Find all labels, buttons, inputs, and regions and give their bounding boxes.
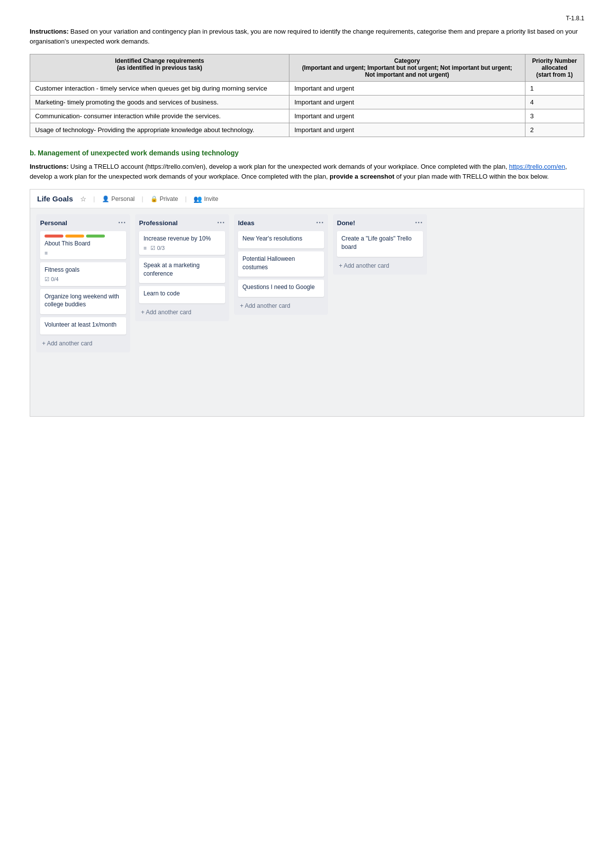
card-title-volunteer: Volunteer at least 1x/month [45, 321, 122, 329]
trello-privacy: 🔒 Private [150, 195, 178, 202]
instructions-2-bold: Instructions: [30, 163, 69, 170]
col-header-change: Identified Change requirements(as identi… [30, 54, 289, 82]
card-title-halloween: Potential Halloween costumes [242, 255, 320, 272]
instructions-1: Instructions: Based on your variation an… [30, 27, 584, 46]
card-title-code: Learn to code [143, 289, 221, 298]
card-title-about: About This Board [45, 240, 122, 248]
trello-card-revenue[interactable]: Increase revenue by 10%≡☑ 0/3 [139, 231, 225, 255]
table-cell-col1: Marketing- timely promoting the goods an… [30, 96, 289, 109]
change-requirements-table: Identified Change requirements(as identi… [30, 54, 584, 137]
table-row: Communication- consumer interaction whil… [30, 109, 584, 123]
trello-card-volunteer[interactable]: Volunteer at least 1x/month [40, 317, 126, 335]
trello-list-done: Done!···Create a "Life goals" Trello boa… [333, 214, 427, 275]
trello-invite[interactable]: 👥 Invite [193, 195, 218, 203]
page-reference: T-1.8.1 [30, 15, 584, 22]
table-cell-col1: Customer interaction - timely service wh… [30, 82, 289, 96]
card-meta-item: ☑ 0/4 [45, 276, 58, 283]
personal-icon: 👤 [102, 195, 109, 202]
card-labels-about [45, 235, 122, 238]
trello-list-menu-professional[interactable]: ··· [217, 218, 225, 227]
trello-sep-1: | [94, 195, 95, 202]
table-cell-col2: Important and urgent [289, 109, 525, 123]
trello-list-name-professional: Professional [139, 219, 178, 227]
card-label-orange [65, 235, 84, 238]
trello-list-personal: Personal···About This Board≡Fitness goal… [36, 214, 130, 352]
trello-card-google[interactable]: Questions I need to Google [238, 280, 324, 297]
trello-add-card-personal[interactable]: + Add another card [40, 338, 126, 349]
trello-card-fitness[interactable]: Fitness goals☑ 0/4 [40, 262, 126, 286]
card-title-marketing: Speak at a marketing conference [143, 261, 221, 278]
table-cell-col3: 3 [525, 109, 584, 123]
instructions-1-bold: Instructions: [30, 28, 69, 35]
instructions-2-text2: of your plan made with TRELLO within the… [394, 173, 549, 180]
trello-sep-2: | [142, 195, 143, 202]
trello-visibility: 👤 Personal [102, 195, 135, 202]
card-label-green [86, 235, 105, 238]
trello-list-professional: Professional···Increase revenue by 10%≡☑… [135, 214, 229, 321]
table-cell-col2: Important and urgent [289, 96, 525, 109]
trello-sep-3: | [185, 195, 187, 202]
trello-add-card-done[interactable]: + Add another card [337, 260, 423, 272]
card-meta-fitness: ☑ 0/4 [45, 276, 122, 283]
trello-list-menu-ideas[interactable]: ··· [316, 218, 324, 227]
trello-card-organize[interactable]: Organize long weekend with college buddi… [40, 289, 126, 315]
trello-add-card-professional[interactable]: + Add another card [139, 306, 225, 318]
trello-header: Life Goals ☆ | 👤 Personal | 🔒 Private | … [30, 190, 584, 208]
table-cell-col1: Communication- consumer interaction whil… [30, 109, 289, 123]
table-cell-col3: 4 [525, 96, 584, 109]
table-cell-col3: 1 [525, 82, 584, 96]
card-meta-about: ≡ [45, 250, 122, 256]
trello-personal-label: Personal [111, 195, 135, 202]
trello-list-name-done: Done! [337, 219, 355, 227]
trello-list-ideas: Ideas···New Year's resolutionsPotential … [234, 214, 328, 315]
card-meta-item: ≡ [143, 245, 146, 251]
card-meta-item: ≡ [45, 250, 47, 256]
card-label-red [45, 235, 63, 238]
trello-card-marketing[interactable]: Speak at a marketing conference [139, 258, 225, 284]
instructions-2-text: Using a TRELLO account (https://trello.c… [69, 163, 509, 170]
trello-card-newyear[interactable]: New Year's resolutions [238, 231, 324, 248]
instructions-2: Instructions: Using a TRELLO account (ht… [30, 162, 584, 181]
trello-board-body: Personal···About This Board≡Fitness goal… [30, 208, 584, 416]
trello-list-name-ideas: Ideas [238, 219, 254, 227]
table-cell-col2: Important and urgent [289, 82, 525, 96]
card-title-revenue: Increase revenue by 10% [143, 235, 221, 243]
card-title-newyear: New Year's resolutions [242, 235, 320, 243]
table-row: Marketing- timely promoting the goods an… [30, 96, 584, 109]
trello-private-label: Private [160, 195, 178, 202]
trello-list-header-done: Done!··· [337, 218, 423, 227]
trello-card-create-trello[interactable]: Create a "Life goals" Trello board [337, 231, 423, 257]
table-cell-col1: Usage of technology- Providing the appro… [30, 123, 289, 137]
col-header-priority: Priority Numberallocated(start from 1) [525, 54, 584, 82]
card-title-create-trello: Create a "Life goals" Trello board [341, 235, 419, 251]
lock-icon: 🔒 [150, 195, 158, 202]
trello-list-header-ideas: Ideas··· [238, 218, 324, 227]
trello-screenshot-box: Life Goals ☆ | 👤 Personal | 🔒 Private | … [30, 189, 584, 417]
card-title-organize: Organize long weekend with college buddi… [45, 292, 122, 309]
table-cell-col3: 2 [525, 123, 584, 137]
trello-card-about[interactable]: About This Board≡ [40, 231, 126, 259]
trello-invite-label: Invite [204, 195, 218, 202]
trello-list-menu-personal[interactable]: ··· [118, 218, 126, 227]
trello-list-header-personal: Personal··· [40, 218, 126, 227]
trello-link[interactable]: https://trello.com/en [509, 163, 565, 170]
trello-add-card-ideas[interactable]: + Add another card [238, 300, 324, 312]
table-row: Usage of technology- Providing the appro… [30, 123, 584, 137]
card-meta-revenue: ≡☑ 0/3 [143, 245, 221, 251]
col-header-category: Category(Important and urgent; Important… [289, 54, 525, 82]
card-title-fitness: Fitness goals [45, 266, 122, 274]
trello-card-halloween[interactable]: Potential Halloween costumes [238, 251, 324, 277]
section-b-heading: b. Management of unexpected work demands… [30, 149, 584, 157]
trello-star-icon[interactable]: ☆ [80, 195, 87, 203]
trello-list-header-professional: Professional··· [139, 218, 225, 227]
trello-card-code[interactable]: Learn to code [139, 286, 225, 303]
card-title-google: Questions I need to Google [242, 283, 320, 291]
table-cell-col2: Important and urgent [289, 123, 525, 137]
invite-icon: 👥 [193, 195, 202, 203]
instructions-2-bold2: provide a screenshot [330, 173, 394, 180]
table-row: Customer interaction - timely service wh… [30, 82, 584, 96]
instructions-1-text: Based on your variation and contingency … [30, 28, 578, 45]
card-meta-item: ☑ 0/3 [150, 245, 164, 251]
trello-list-menu-done[interactable]: ··· [415, 218, 423, 227]
trello-list-name-personal: Personal [40, 219, 67, 227]
